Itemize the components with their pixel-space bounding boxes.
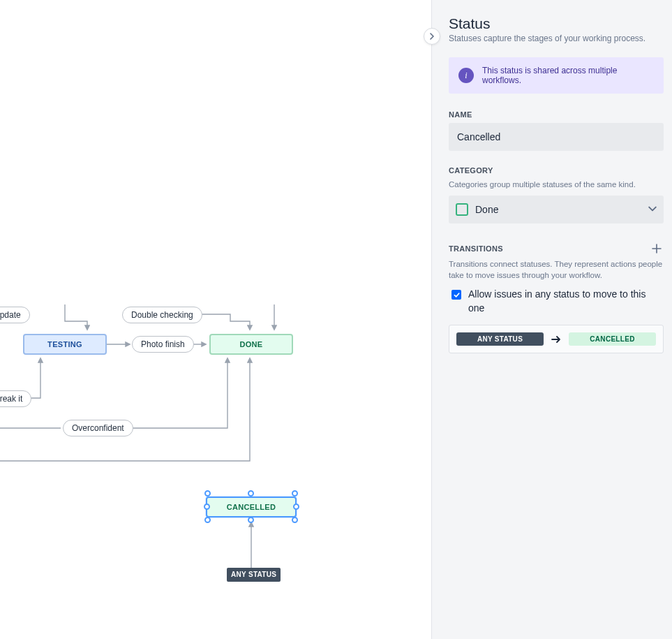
resize-handle[interactable]	[292, 517, 298, 523]
transitions-help: Transitions connect statuses. They repre…	[449, 258, 664, 281]
status-node-cancelled[interactable]: Cancelled	[206, 497, 297, 517]
resize-handle[interactable]	[204, 490, 211, 497]
transition-from-lozenge: Any Status	[456, 332, 544, 346]
status-node-testing[interactable]: Testing	[23, 334, 107, 355]
plus-icon	[652, 244, 662, 254]
name-label: Name	[449, 110, 664, 119]
category-value: Done	[475, 204, 648, 215]
allow-any-checkbox-row[interactable]: Allow issues in any status to move to th…	[451, 288, 664, 315]
transition-label-break-it[interactable]: break it	[0, 390, 31, 407]
add-transition-button[interactable]	[650, 242, 664, 256]
panel-title: Status	[449, 15, 664, 32]
status-panel: Status Statuses capture the stages of yo…	[431, 0, 672, 639]
transition-to-lozenge: Cancelled	[569, 332, 656, 346]
arrow-right-icon	[551, 334, 562, 345]
category-label: Category	[449, 166, 664, 175]
category-swatch-done	[456, 203, 468, 216]
resize-handle[interactable]	[204, 517, 211, 523]
panel-subtitle: Statuses capture the stages of your work…	[449, 34, 664, 43]
transition-label-overconfident[interactable]: Overconfident	[63, 420, 133, 436]
status-node-any[interactable]: ANY STATUS	[227, 568, 281, 582]
resize-handle[interactable]	[292, 490, 298, 497]
resize-handle[interactable]	[293, 504, 299, 510]
chevron-down-icon	[648, 203, 657, 216]
transition-label-photo-finish[interactable]: Photo finish	[132, 336, 194, 353]
info-icon: i	[458, 68, 474, 83]
name-input[interactable]	[449, 123, 664, 151]
transition-entry[interactable]: Any Status Cancelled	[449, 325, 664, 353]
collapse-panel-button[interactable]	[424, 28, 440, 45]
workflow-canvas[interactable]: update Double checking Photo finish brea…	[0, 0, 431, 639]
chevron-right-icon	[428, 33, 435, 40]
status-node-done[interactable]: Done	[209, 334, 293, 355]
transition-label-update[interactable]: update	[0, 307, 30, 323]
resize-handle[interactable]	[248, 490, 254, 497]
check-icon	[454, 292, 460, 298]
workflow-edges	[0, 0, 431, 639]
resize-handle[interactable]	[248, 517, 254, 523]
transition-label-double-checking[interactable]: Double checking	[122, 307, 202, 323]
allow-any-label: Allow issues in any status to move to th…	[468, 288, 664, 315]
category-help: Categories group multiple statuses of th…	[449, 179, 664, 190]
transitions-label: Transitions	[449, 244, 503, 253]
shared-status-banner: i This status is shared across multiple …	[449, 57, 664, 94]
allow-any-checkbox[interactable]	[451, 290, 461, 300]
banner-message: This status is shared across multiple wo…	[482, 66, 654, 85]
category-select[interactable]: Done	[449, 196, 664, 223]
resize-handle[interactable]	[204, 504, 210, 510]
